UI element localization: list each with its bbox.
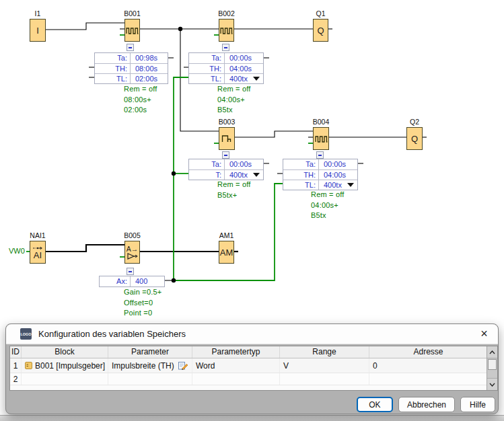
param-value[interactable]: 00:00s xyxy=(225,53,263,63)
input-NAI1[interactable]: AI xyxy=(30,241,46,264)
parameter-note: Gain =0.5+Offset=0Point =0 xyxy=(124,288,161,319)
cell-text-adresse: 0 xyxy=(373,361,377,371)
cell-adresse: 0 xyxy=(369,358,488,373)
parameter-note-line: 04:00s+ xyxy=(311,201,345,212)
param-value[interactable]: 00:00s xyxy=(225,159,263,169)
output-Q2[interactable]: Q xyxy=(406,127,423,150)
param-value[interactable]: 02:00s xyxy=(131,74,168,83)
param-value[interactable]: 04:00s xyxy=(319,170,357,180)
parameter-note-line: 08:00s+ xyxy=(124,95,157,106)
column-header-parameter: Parameter xyxy=(108,346,192,358)
block-B002[interactable] xyxy=(219,19,234,42)
parameter-note-line: Point =0 xyxy=(124,309,161,319)
block-B003[interactable] xyxy=(219,127,235,150)
network-input-address-label: VW0 xyxy=(9,247,25,255)
parameter-note: Rem = off04:00s+B5tx xyxy=(311,190,345,222)
collapse-parameter-icon[interactable] xyxy=(222,151,229,159)
input-I1[interactable]: I xyxy=(30,19,46,42)
output-Q1[interactable]: Q xyxy=(313,19,328,42)
collapse-parameter-icon[interactable] xyxy=(127,44,134,51)
column-header-range: Range xyxy=(280,346,369,358)
scrollbar-up-icon[interactable] xyxy=(487,346,497,358)
collapse-parameter-icon[interactable] xyxy=(316,151,324,159)
table-row-2[interactable]: 2 xyxy=(10,373,497,385)
parameter-note: Rem = off04:00s+B5tx xyxy=(217,85,251,116)
dropdown-arrow-icon[interactable] xyxy=(347,183,354,187)
logo-app-icon: LOGO xyxy=(20,328,32,340)
parameter-note-line: Gain =0.5+ xyxy=(124,288,161,299)
cell-parametertyp xyxy=(192,373,280,385)
pulse-train-icon xyxy=(126,26,139,35)
cell-adresse xyxy=(369,373,488,385)
param-label: TL: xyxy=(95,74,131,83)
param-value[interactable]: 00:00s xyxy=(319,159,357,169)
block-B004[interactable] xyxy=(313,127,329,150)
param-row: TL:400tx xyxy=(283,180,357,190)
parameter-note-line: Rem = off xyxy=(217,180,251,191)
block-B005[interactable]: A→ xyxy=(124,241,140,264)
cell-text-parameter: Impulsbreite (TH) xyxy=(112,361,174,371)
connection-wire xyxy=(46,23,125,30)
block-B003-label: B003 xyxy=(212,118,242,126)
cell-text-range: V xyxy=(283,361,289,371)
cell-block xyxy=(22,373,108,385)
table-row-1[interactable]: 1B001 [Impulsgeber]Impulsbreite (TH)Word… xyxy=(10,358,497,373)
dropdown-arrow-icon[interactable] xyxy=(253,77,260,81)
params-B005: Ax:400 xyxy=(99,276,165,287)
input-I1-label: I1 xyxy=(23,9,52,17)
interval-pulse-icon xyxy=(221,134,233,144)
ok-button[interactable]: OK xyxy=(357,397,393,412)
close-icon[interactable]: × xyxy=(476,326,492,342)
scrollbar-down-icon[interactable] xyxy=(487,378,497,390)
parameter-note-line: Rem = off xyxy=(217,85,251,95)
param-label: Ta: xyxy=(283,159,319,169)
param-label: Ax: xyxy=(100,276,131,286)
param-value[interactable]: 400 xyxy=(131,276,164,286)
collapse-parameter-icon[interactable] xyxy=(127,268,134,275)
connection-wire xyxy=(235,131,314,137)
param-value[interactable]: 04:00s xyxy=(225,64,263,73)
output-AM1-label: AM1 xyxy=(212,231,241,239)
dropdown-arrow-icon[interactable] xyxy=(253,173,260,177)
block-B005-label: B005 xyxy=(118,231,147,239)
parameter-note-line: 04:00s+ xyxy=(217,95,251,106)
cell-text-id: 2 xyxy=(13,375,18,384)
param-value[interactable]: 08:00s xyxy=(131,64,168,73)
output-Q1-letter: Q xyxy=(317,26,324,35)
block-B001-label: B001 xyxy=(118,9,147,17)
param-row: T:400tx xyxy=(189,169,263,180)
block-B001[interactable] xyxy=(124,19,140,42)
param-label: Ta: xyxy=(95,53,131,63)
param-value[interactable]: 00:98s xyxy=(131,53,168,63)
param-label: TL: xyxy=(189,74,225,83)
column-header-parametertyp: Parametertyp xyxy=(192,346,280,358)
scrollbar-thumb[interactable] xyxy=(488,359,497,370)
collapse-parameter-icon[interactable] xyxy=(222,44,229,51)
wire-junction-dot xyxy=(172,278,176,282)
params-B001: Ta:00:98sTH:08:00sTL:02:00s xyxy=(94,52,168,84)
hilfe-button[interactable]: Hilfe xyxy=(460,397,495,412)
param-label: TH: xyxy=(283,170,319,180)
column-header-id: ID xyxy=(10,346,22,358)
parameter-note-line: Rem = off xyxy=(124,85,157,95)
param-row: TL:400tx xyxy=(189,73,263,83)
abbrechen-button[interactable]: Abbrechen xyxy=(398,397,455,412)
dialog-konfiguration-variabler-speicher: LOGO Konfiguration des variablen Speiche… xyxy=(5,323,499,414)
cell-parameter xyxy=(108,373,192,385)
parameter-note: Rem = offB5tx+ xyxy=(217,180,251,201)
parameter-note-line: B5tx xyxy=(217,106,251,116)
param-row: TH:08:00s xyxy=(95,63,168,73)
dialog-footer: OKAbbrechenHilfe xyxy=(357,397,495,412)
input-I1-letter: I xyxy=(36,26,39,35)
param-label: Ta: xyxy=(189,159,225,169)
param-label: Ta: xyxy=(189,53,225,63)
output-AM1[interactable]: AM xyxy=(219,241,234,264)
cell-id: 2 xyxy=(10,373,22,385)
param-row: TH:04:00s xyxy=(189,63,263,73)
parameter-note-line: 02:00s xyxy=(124,106,157,116)
cell-block: B001 [Impulsgeber] xyxy=(22,358,108,373)
param-row: Ta:00:00s xyxy=(189,159,263,169)
edit-parameter-icon[interactable] xyxy=(178,361,188,370)
wire-junction-dot xyxy=(172,171,176,176)
variable-memory-table: IDBlockParameterParametertypRangeAdresse… xyxy=(9,346,498,391)
